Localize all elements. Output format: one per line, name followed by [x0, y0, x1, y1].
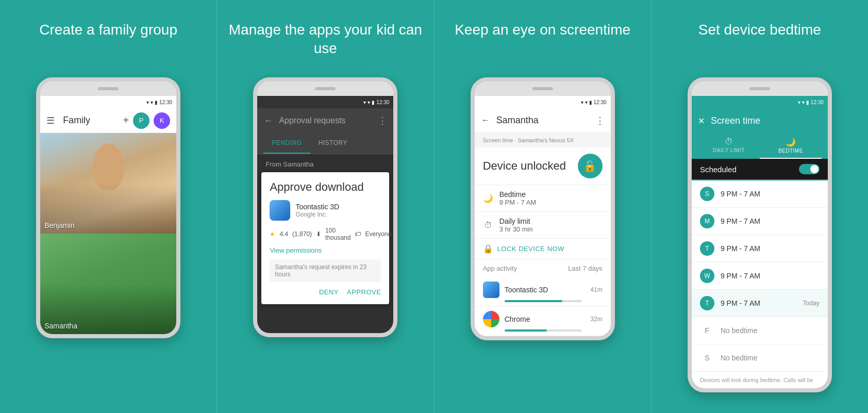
back-icon-3[interactable]: ←	[481, 115, 490, 126]
daily-limit-info: Daily limit 3 hr 30 min	[499, 217, 533, 233]
day-circle-s1: S	[700, 187, 714, 201]
battery-icon-3: ▮	[589, 100, 592, 105]
screen-time-title: Screen time	[711, 115, 822, 126]
scheduled-label: Scheduled	[700, 165, 799, 174]
last-7-days: Last 7 days	[568, 265, 603, 272]
time-3: 12:30	[594, 100, 607, 105]
app-row-toontastic: Toontastic 3D 41m	[475, 277, 611, 307]
toolbar-icons-family: + P K	[123, 112, 170, 129]
phone1-screen: ▾ ▾ ▮ 12:30 ☰ Family + P K	[40, 96, 176, 334]
more-icon-2[interactable]: ⋮	[378, 115, 387, 126]
status-icons-1: ▾ ▾ ▮ 12:30	[146, 100, 172, 105]
app-publisher: Google Inc.	[295, 211, 339, 218]
tabs-screen-time: ⏱ DAILY LIMIT 🌙 BEDTIME	[692, 133, 828, 159]
bedtime-info: Bedtime 9 PM - 7 AM	[499, 190, 537, 206]
day-circle-w: W	[700, 269, 714, 283]
toontastic-name: Toontastic 3D	[505, 286, 586, 294]
tab-bedtime[interactable]: 🌙 BEDTIME	[760, 133, 822, 159]
app-meta: ★ 4.4 (1,870) ⬇ 100 thousand 🏷 Everyone	[270, 227, 381, 241]
toontastic-icon	[483, 282, 499, 298]
bedtime-footer: Devices will lock during bedtime. Calls …	[692, 372, 828, 388]
moon-icon: 🌙	[483, 193, 493, 203]
phone2-screen: ▾ ▾ ▮ 12:30 ← Approval requests ⋮ PENDIN…	[257, 96, 393, 333]
screen-time-info: Screen time · Samantha's Nexus 5X	[475, 133, 611, 147]
chrome-time: 32m	[590, 316, 602, 323]
app-icon	[270, 200, 290, 221]
signal-icon-2: ▾	[368, 100, 370, 105]
app-reviews: (1,870)	[292, 230, 312, 238]
close-icon[interactable]: ✕	[698, 116, 705, 126]
bedtime-value: 9 PM - 7 AM	[499, 199, 537, 206]
hamburger-icon[interactable]: ☰	[46, 115, 55, 126]
scheduled-toggle[interactable]	[799, 164, 820, 174]
bedtime-row-monday[interactable]: M 9 PM - 7 AM	[692, 208, 828, 235]
toolbar-title-family: Family	[63, 115, 123, 126]
status-icons-2: ▾ ▾ ▮ 12:30	[363, 100, 389, 105]
app-row-chrome: Chrome 32m	[475, 307, 611, 336]
benjamin-photo: Benjamin	[40, 133, 176, 234]
app-rating: 4.4	[279, 230, 288, 238]
status-icons-3: ▾ ▾ ▮ 12:30	[581, 100, 607, 105]
battery-icon: ▮	[155, 100, 158, 105]
tab-daily-limit[interactable]: ⏱ DAILY LIMIT	[698, 133, 760, 159]
app-audience: Everyone	[365, 230, 391, 238]
add-member-icon[interactable]: +	[123, 114, 129, 126]
scheduled-bar: Scheduled	[692, 159, 828, 179]
status-icons-4: ▾ ▾ ▮ 12:30	[798, 100, 824, 105]
status-bar-3: ▾ ▾ ▮ 12:30	[475, 96, 611, 108]
toolbar-approval: ← Approval requests ⋮	[257, 108, 393, 133]
chrome-bar-fill	[505, 329, 547, 332]
day-letter-s2: S	[700, 351, 714, 365]
phone-top-1	[40, 81, 176, 96]
wifi-icon-2: ▾	[363, 100, 366, 105]
expiry-info: Samantha's request expires in 23 hours	[270, 259, 381, 282]
battery-icon-2: ▮	[372, 100, 375, 105]
daily-limit-tab-label: DAILY LIMIT	[713, 147, 745, 153]
status-bar-4: ▾ ▾ ▮ 12:30	[692, 96, 828, 108]
app-activity-label: App activity	[483, 265, 517, 272]
tab-history[interactable]: HISTORY	[310, 133, 356, 154]
view-permissions-link[interactable]: View permissions	[270, 246, 381, 254]
bedtime-row-sunday[interactable]: S 9 PM - 7 AM	[692, 180, 828, 208]
bedtime-row-friday[interactable]: F No bedtime	[692, 317, 828, 344]
everyone-icon: 🏷	[355, 230, 361, 238]
approve-button[interactable]: APPROVE	[347, 288, 381, 296]
wifi-icon: ▾	[146, 100, 149, 105]
bedtime-row-wednesday[interactable]: W 9 PM - 7 AM	[692, 262, 828, 290]
toontastic-bar	[505, 300, 582, 302]
saturday-time: No bedtime	[721, 354, 758, 362]
bedtime-day-list: S 9 PM - 7 AM M 9 PM - 7 AM T 9 PM - 7 A…	[692, 180, 828, 372]
avatar-user2: K	[154, 112, 170, 129]
samantha-toolbar-title: Samantha	[496, 115, 589, 126]
bedtime-row-thursday[interactable]: T 9 PM - 7 AM Today	[692, 290, 828, 317]
sunday-time: 9 PM - 7 AM	[721, 190, 820, 198]
chrome-icon	[483, 311, 499, 327]
time-4: 12:30	[811, 100, 824, 105]
bedtime-tab-label: BEDTIME	[778, 148, 803, 154]
back-icon-2[interactable]: ←	[263, 115, 273, 126]
panel-bedtime: Set device bedtime ▾ ▾ ▮ 12:30 ✕ Screen …	[651, 0, 868, 413]
samantha-photo-container: Samantha	[40, 234, 176, 334]
battery-icon-4: ▮	[806, 100, 809, 105]
lock-link[interactable]: LOCK DEVICE NOW	[497, 245, 564, 253]
toolbar-bedtime: ✕ Screen time	[692, 108, 828, 133]
monday-time: 9 PM - 7 AM	[721, 217, 820, 225]
more-icon-3[interactable]: ⋮	[595, 115, 605, 126]
device-status-text: Device unlocked	[483, 159, 566, 173]
phone-bedtime: ▾ ▾ ▮ 12:30 ✕ Screen time ⏱ DAILY LIMIT …	[688, 77, 832, 392]
bedtime-row-tuesday[interactable]: T 9 PM - 7 AM	[692, 235, 828, 262]
approve-download-title: Approve download	[270, 180, 381, 194]
phone-top-3	[475, 81, 611, 96]
deny-button[interactable]: DENY	[319, 288, 339, 296]
bedtime-row-saturday[interactable]: S No bedtime	[692, 344, 828, 372]
today-label: Today	[803, 300, 820, 307]
signal-icon-4: ▾	[802, 100, 805, 105]
app-activity-chrome-header: Chrome 32m	[483, 311, 603, 327]
tab-pending[interactable]: PENDING	[263, 133, 310, 154]
bedtime-label: Bedtime	[499, 190, 537, 199]
signal-icon: ▾	[151, 100, 153, 105]
status-bar-1: ▾ ▾ ▮ 12:30	[40, 96, 176, 108]
app-info-row: Toontastic 3D Google Inc.	[270, 200, 381, 221]
phone-approval: ▾ ▾ ▮ 12:30 ← Approval requests ⋮ PENDIN…	[253, 77, 397, 337]
toolbar-samantha: ← Samantha ⋮	[475, 108, 611, 133]
